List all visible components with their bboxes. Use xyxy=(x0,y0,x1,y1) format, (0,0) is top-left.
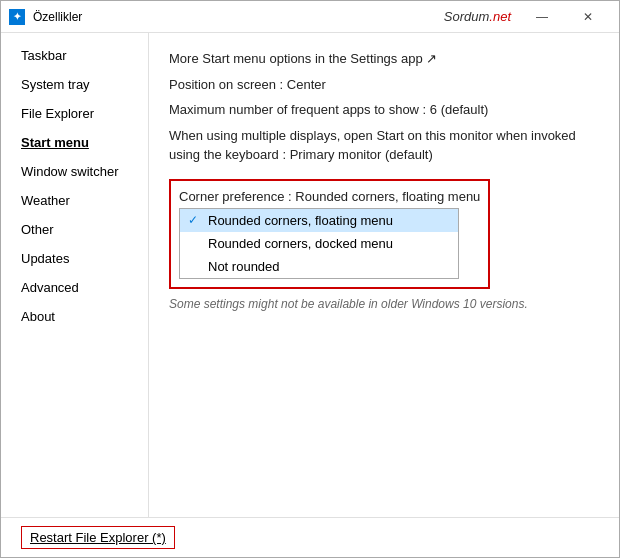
info-line-0: More Start menu options in the Settings … xyxy=(169,49,599,69)
footer: Restart File Explorer (*) xyxy=(1,517,619,557)
sidebar-item-updates[interactable]: Updates xyxy=(1,244,148,273)
minimize-button[interactable]: — xyxy=(519,1,565,33)
dropdown-item-label: Rounded corners, docked menu xyxy=(208,236,393,251)
sidebar-item-window-switcher[interactable]: Window switcher xyxy=(1,157,148,186)
close-button[interactable]: ✕ xyxy=(565,1,611,33)
brand-text: Sordum.net xyxy=(444,9,511,24)
dropdown-container: Corner preference : Rounded corners, flo… xyxy=(169,179,490,289)
dropdown-item-label: Not rounded xyxy=(208,259,280,274)
sidebar-item-file-explorer[interactable]: File Explorer xyxy=(1,99,148,128)
window-title: Özellikler xyxy=(33,10,444,24)
sidebar-item-advanced[interactable]: Advanced xyxy=(1,273,148,302)
info-line-1: Position on screen : Center xyxy=(169,75,599,95)
dropdown-item-0[interactable]: ✓Rounded corners, floating menu xyxy=(180,209,458,232)
sidebar-item-other[interactable]: Other xyxy=(1,215,148,244)
content-area: TaskbarSystem trayFile ExplorerStart men… xyxy=(1,33,619,517)
dropdown-item-1[interactable]: Rounded corners, docked menu xyxy=(180,232,458,255)
sidebar-item-about[interactable]: About xyxy=(1,302,148,331)
settings-note: Some settings might not be available in … xyxy=(169,297,599,311)
main-window: ✦ Özellikler Sordum.net — ✕ TaskbarSyste… xyxy=(0,0,620,558)
checkmark-icon: ✓ xyxy=(188,213,204,227)
sidebar-item-taskbar[interactable]: Taskbar xyxy=(1,41,148,70)
sidebar-item-system-tray[interactable]: System tray xyxy=(1,70,148,99)
sidebar: TaskbarSystem trayFile ExplorerStart men… xyxy=(1,33,149,517)
dropdown-list: ✓Rounded corners, floating menuRounded c… xyxy=(179,208,459,279)
app-icon: ✦ xyxy=(9,9,25,25)
sidebar-item-start-menu[interactable]: Start menu xyxy=(1,128,148,157)
dropdown-item-label: Rounded corners, floating menu xyxy=(208,213,393,228)
dropdown-label: Corner preference : Rounded corners, flo… xyxy=(179,189,480,204)
sidebar-item-weather[interactable]: Weather xyxy=(1,186,148,215)
info-line-2: Maximum number of frequent apps to show … xyxy=(169,100,599,120)
info-line-3: When using multiple displays, open Start… xyxy=(169,126,599,165)
title-bar: ✦ Özellikler Sordum.net — ✕ xyxy=(1,1,619,33)
main-panel: More Start menu options in the Settings … xyxy=(149,33,619,517)
restart-link[interactable]: Restart File Explorer (*) xyxy=(21,526,175,549)
window-controls: — ✕ xyxy=(519,1,611,33)
dropdown-item-2[interactable]: Not rounded xyxy=(180,255,458,278)
